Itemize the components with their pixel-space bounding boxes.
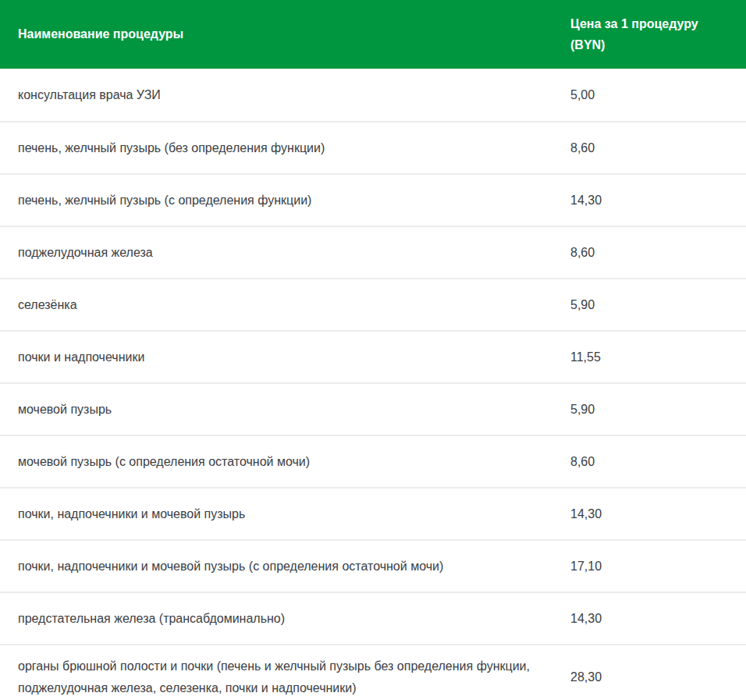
procedure-name: мочевой пузырь (с определения остаточной… (18, 455, 310, 468)
procedure-name-cell: печень, желчный пузырь (с определения фу… (0, 190, 552, 211)
table-header: Наименование процедуры Цена за 1 процеду… (0, 0, 746, 69)
procedure-price: 8,60 (570, 246, 595, 259)
table-row: селезёнка 5,90 (0, 278, 746, 330)
procedure-price-cell: 14,30 (552, 612, 746, 626)
header-price-cell: Цена за 1 процедуру (BYN) (552, 13, 746, 55)
table-row: предстательная железа (трансабдоминально… (0, 592, 746, 644)
table-row: почки, надпочечники и мочевой пузырь 14,… (0, 487, 746, 539)
header-price-label: Цена за 1 процедуру (BYN) (570, 13, 719, 55)
procedure-price-cell: 8,60 (552, 141, 746, 155)
procedure-price: 11,55 (570, 350, 601, 364)
procedure-name-cell: органы брюшной полости и почки (печень и… (0, 656, 552, 699)
procedure-name: мочевой пузырь (18, 403, 112, 416)
procedure-price-cell: 11,55 (552, 350, 746, 364)
procedure-price: 14,30 (570, 194, 602, 207)
procedure-price-cell: 8,60 (552, 455, 746, 469)
procedure-name: поджелудочная железа (18, 246, 153, 259)
procedure-price: 14,30 (570, 612, 602, 625)
procedure-price-cell: 14,30 (552, 194, 746, 208)
procedure-price: 28,30 (570, 670, 602, 684)
table-row: печень, желчный пузырь (с определения фу… (0, 173, 746, 226)
procedure-name-cell: поджелудочная железа (0, 242, 552, 264)
table-row: мочевой пузырь (с определения остаточной… (0, 435, 746, 487)
procedure-price-cell: 5,90 (552, 298, 746, 312)
procedure-price: 5,00 (570, 88, 595, 101)
table-row: почки, надпочечники и мочевой пузырь (с … (0, 539, 746, 592)
procedure-name: печень, желчный пузырь (с определения фу… (18, 194, 311, 207)
table-row: поджелудочная железа 8,60 (0, 226, 746, 278)
procedure-name: почки и надпочечники (18, 350, 144, 364)
procedure-name-cell: мочевой пузырь (с определения остаточной… (0, 451, 552, 473)
procedure-name-cell: консультация врача УЗИ (0, 84, 552, 106)
procedure-name-cell: почки, надпочечники и мочевой пузырь (0, 503, 552, 525)
procedure-name: почки, надпочечники и мочевой пузырь (с … (18, 560, 443, 573)
procedure-name-cell: печень, желчный пузырь (без определения … (0, 137, 552, 159)
procedure-price: 5,90 (570, 298, 595, 311)
procedure-price-cell: 14,30 (552, 507, 746, 521)
table-row: консультация врача УЗИ 5,00 (0, 69, 746, 121)
procedure-price-cell: 17,10 (552, 560, 746, 574)
table-row: печень, желчный пузырь (без определения … (0, 121, 746, 173)
procedure-price-cell: 5,90 (552, 403, 746, 417)
procedure-price: 5,90 (570, 403, 595, 416)
procedure-name: селезёнка (18, 298, 77, 311)
header-name-label: Наименование процедуры (18, 27, 183, 41)
procedure-name: предстательная железа (трансабдоминально… (18, 612, 285, 625)
header-name-cell: Наименование процедуры (0, 27, 552, 41)
procedure-name-cell: мочевой пузырь (0, 399, 552, 421)
procedure-price-cell: 28,30 (552, 670, 746, 684)
procedure-name-cell: почки, надпочечники и мочевой пузырь (с … (0, 556, 552, 577)
procedure-price: 14,30 (570, 507, 602, 521)
table-row: почки и надпочечники 11,55 (0, 330, 746, 382)
procedure-price: 8,60 (570, 455, 595, 468)
procedure-name-cell: селезёнка (0, 294, 552, 316)
procedure-name-cell: предстательная железа (трансабдоминально… (0, 608, 552, 630)
procedure-price-cell: 5,00 (552, 88, 746, 102)
procedure-price: 17,10 (570, 560, 602, 573)
procedure-price-cell: 8,60 (552, 246, 746, 260)
procedure-price: 8,60 (570, 141, 595, 155)
procedure-name: консультация врача УЗИ (18, 88, 161, 101)
procedure-name: почки, надпочечники и мочевой пузырь (18, 507, 245, 521)
price-table: Наименование процедуры Цена за 1 процеду… (0, 0, 746, 700)
procedure-name: органы брюшной полости и почки (печень и… (18, 659, 530, 695)
table-row: мочевой пузырь 5,90 (0, 382, 746, 435)
table-row: органы брюшной полости и почки (печень и… (0, 644, 746, 700)
procedure-name: печень, желчный пузырь (без определения … (18, 141, 325, 155)
table-body: консультация врача УЗИ 5,00 печень, желч… (0, 69, 746, 700)
procedure-name-cell: почки и надпочечники (0, 346, 552, 368)
